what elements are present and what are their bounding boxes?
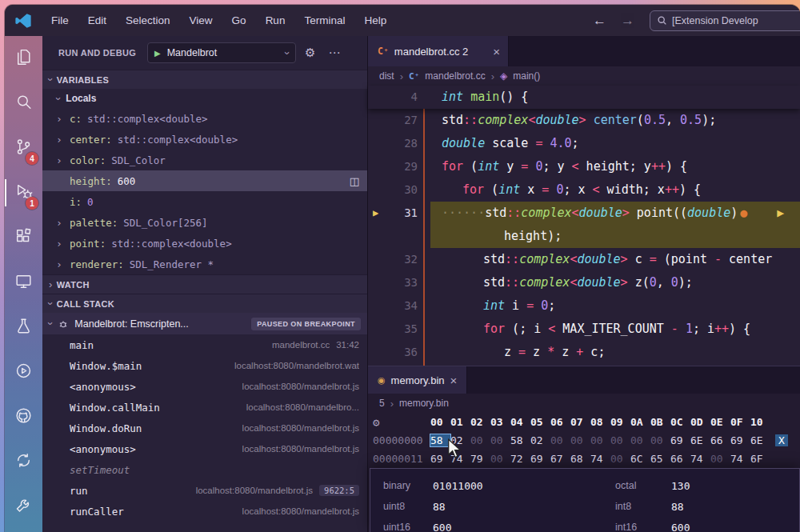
tab-mandelbrot-cc[interactable]: C⁺ mandelbrot.cc 2 ×	[368, 36, 509, 66]
hex-byte[interactable]: 68	[570, 453, 590, 465]
activity-search[interactable]	[5, 81, 42, 126]
hex-byte[interactable]: 74	[690, 453, 710, 465]
forward-icon[interactable]: →	[614, 13, 642, 29]
call-stack-section-header[interactable]: › CALL STACK	[42, 294, 367, 313]
activity-remote-explorer[interactable]	[5, 260, 42, 305]
hex-byte[interactable]: 00	[550, 434, 570, 446]
hex-byte[interactable]: 00	[630, 434, 650, 446]
stack-frame-Windowmain[interactable]: Window.$mainlocalhost:8080/mandelbrot.wa…	[42, 355, 367, 376]
stack-frame-WindowcallMain[interactable]: Window.callMainlocalhost:8080/mandelbro.…	[42, 397, 367, 418]
tab-memory-bin[interactable]: ◉ memory.bin ×	[368, 366, 467, 394]
code-line-31[interactable]: ▶31······std::complex<double> point((dou…	[368, 202, 800, 225]
command-center-search[interactable]: [Extension Develop	[650, 10, 800, 31]
code-line-32[interactable]: 32std::complex<double> c = (point - cent…	[368, 248, 800, 271]
menu-run[interactable]: Run	[256, 10, 295, 31]
hex-byte[interactable]: 58	[510, 434, 530, 446]
hex-byte[interactable]: 67	[550, 453, 570, 465]
activity-extensions[interactable]	[5, 215, 42, 260]
code-line-28[interactable]: 28double scale = 4.0;	[368, 132, 800, 155]
start-debug-icon[interactable]: ▶	[154, 49, 161, 58]
code-line-35[interactable]: 35for (; i < MAX_ITER_COUNT - 1; i++) {	[368, 318, 800, 341]
variable-row-color[interactable]: ›color:SDL_Color	[42, 150, 367, 170]
variable-row-i[interactable]: i:0	[42, 191, 367, 212]
menu-view[interactable]: View	[180, 10, 222, 31]
hex-byte[interactable]: 74	[450, 453, 470, 465]
code-line-30[interactable]: 30for (int x = 0; x < width; x++) {	[368, 178, 800, 202]
activity-run-and-debug[interactable]: 1	[5, 170, 42, 215]
hex-byte[interactable]: 79	[470, 453, 490, 465]
menu-edit[interactable]: Edit	[78, 10, 116, 31]
activity-testing[interactable]	[5, 305, 42, 350]
hex-byte[interactable]: 00	[470, 434, 490, 446]
view-binary-data-icon[interactable]: ◫	[350, 175, 359, 187]
breadcrumb-symbol[interactable]: main()	[513, 70, 540, 82]
hex-byte[interactable]: 00	[490, 453, 510, 465]
debug-session-row[interactable]: › Mandelbrot: Emscripten... PAUSED ON BR…	[42, 313, 367, 334]
activity-tools[interactable]	[5, 484, 42, 529]
debug-settings-gear-icon[interactable]: ⚙	[301, 46, 319, 60]
code-line-33[interactable]: 33std::complex<double> z(0, 0);	[368, 271, 800, 294]
code-line-34[interactable]: 34int i = 0;	[368, 294, 800, 318]
hex-byte[interactable]: 6F	[750, 453, 770, 465]
hex-data-row[interactable]: 00000011697479007269676874006C6566740074…	[373, 450, 800, 468]
stack-frame-run[interactable]: runlocalhost:8080/mandelbrot.js9622:5	[42, 480, 367, 501]
scope-locals[interactable]: › Locals	[42, 89, 367, 108]
hex-byte[interactable]: 02	[530, 434, 550, 446]
variable-row-center[interactable]: ›center:std::complex<double>	[42, 129, 367, 150]
breadcrumb-folder[interactable]: 5	[379, 398, 385, 409]
hex-byte[interactable]: 69	[530, 453, 550, 465]
hex-byte[interactable]: 02	[450, 434, 470, 446]
hex-byte[interactable]: 72	[510, 453, 530, 465]
variable-row-point[interactable]: ›point:std::complex<double>	[42, 233, 367, 254]
sticky-scroll-line[interactable]: 4 int main() {	[368, 86, 800, 109]
hex-byte[interactable]: 65	[650, 453, 670, 465]
menu-terminal[interactable]: Terminal	[294, 10, 354, 31]
hex-byte-selected[interactable]: 58	[430, 434, 450, 446]
hex-byte[interactable]: 00	[570, 434, 590, 446]
hex-byte[interactable]: 69	[730, 434, 750, 446]
hex-byte[interactable]: 66	[670, 453, 690, 465]
hex-byte[interactable]: 69	[430, 453, 450, 465]
stack-frame-runCaller[interactable]: runCallerlocalhost:8080/mandelbrot.js	[42, 501, 367, 522]
stack-frame-setTimeout[interactable]: setTimeout	[42, 459, 367, 480]
variable-row-c[interactable]: ›c:std::complex<double>	[42, 108, 367, 129]
activity-explorer[interactable]	[5, 36, 42, 81]
code-line-29[interactable]: 29for (int y = 0; y < height; y++) {	[368, 155, 800, 178]
hex-byte[interactable]: 00	[610, 434, 630, 446]
code-editor[interactable]: 27std::complex<double> center(0.5, 0.5);…	[368, 109, 800, 366]
stack-frame-anonymous[interactable]: <anonymous>localhost:8080/mandelbrot.js	[42, 438, 367, 459]
hex-byte[interactable]: 6E	[690, 434, 710, 446]
code-line-wrap[interactable]: height);	[368, 225, 800, 248]
hex-byte[interactable]: 00	[710, 453, 730, 465]
watch-section-header[interactable]: › WATCH	[42, 274, 367, 294]
hex-data-row[interactable]: 00000000580200005802000000000000696E6669…	[373, 431, 800, 450]
breadcrumb-memory-bin[interactable]: memory.bin	[399, 398, 449, 409]
menu-help[interactable]: Help	[354, 10, 396, 31]
activity-github[interactable]	[5, 394, 42, 439]
more-actions-icon[interactable]: ⋯	[324, 46, 344, 60]
hex-byte[interactable]: 00	[590, 434, 610, 446]
menu-file[interactable]: File	[42, 10, 78, 31]
menu-selection[interactable]: Selection	[116, 10, 180, 31]
hex-byte[interactable]: 69	[670, 434, 690, 446]
variable-row-palette[interactable]: ›palette:SDL_Color[256]	[42, 212, 367, 233]
variable-row-renderer[interactable]: ›renderer:SDL_Renderer *	[42, 254, 367, 274]
hex-byte[interactable]: 00	[490, 434, 510, 446]
hex-byte[interactable]: 74	[730, 453, 750, 465]
hex-byte[interactable]: 6C	[630, 453, 650, 465]
hex-byte[interactable]: 6E	[750, 434, 770, 446]
breadcrumb-file[interactable]: mandelbrot.cc	[425, 70, 485, 82]
stack-frame-anonymous[interactable]: <anonymous>localhost:8080/mandelbrot.js	[42, 376, 367, 397]
stack-frame-main[interactable]: mainmandelbrot.cc31:42	[42, 334, 367, 355]
stack-frame-WindowdoRun[interactable]: Window.doRunlocalhost:8080/mandelbrot.js	[42, 418, 367, 438]
hex-byte[interactable]: 00	[610, 453, 630, 465]
hex-byte[interactable]: 74	[590, 453, 610, 465]
hex-byte[interactable]: 00	[650, 434, 670, 446]
breadcrumb-dist[interactable]: dist	[379, 70, 394, 82]
launch-config-dropdown[interactable]: ▶ Mandelbrot ›	[147, 42, 296, 63]
code-line-27[interactable]: 27std::complex<double> center(0.5, 0.5);	[368, 109, 800, 132]
activity-live-preview[interactable]	[5, 350, 42, 394]
close-tab-icon[interactable]: ×	[493, 45, 500, 58]
menu-go[interactable]: Go	[222, 10, 256, 31]
activity-sync[interactable]	[5, 439, 42, 484]
